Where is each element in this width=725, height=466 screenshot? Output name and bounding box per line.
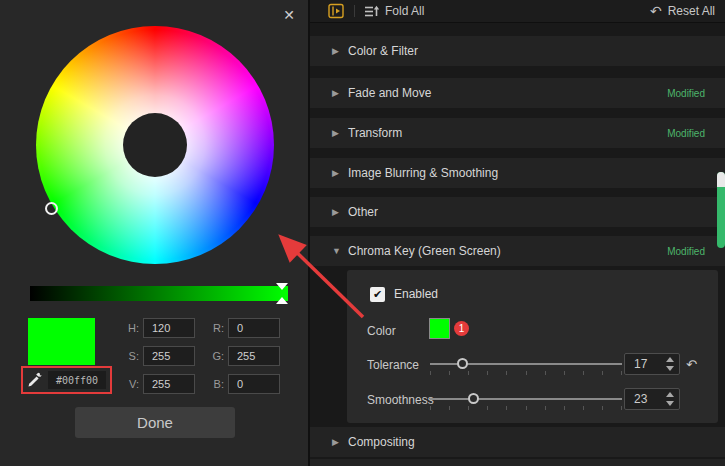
h-label: H: xyxy=(120,322,139,334)
chevron-right-icon: ▶ xyxy=(332,88,344,98)
chevron-right-icon: ▶ xyxy=(332,128,344,138)
panel-toggle-icon[interactable] xyxy=(328,3,344,19)
stepper-up-icon[interactable] xyxy=(666,357,674,362)
chevron-right-icon: ▶ xyxy=(332,207,344,217)
slider-ticks xyxy=(430,371,622,375)
tolerance-label: Tolerance xyxy=(367,358,419,372)
section-label: Image Blurring & Smoothing xyxy=(348,166,498,180)
chevron-right-icon: ▶ xyxy=(332,437,344,447)
section-chroma-key[interactable]: ▼ Chroma Key (Green Screen) Modified xyxy=(310,236,725,266)
smoothness-slider[interactable] xyxy=(430,393,622,405)
close-icon[interactable]: ✕ xyxy=(280,6,298,24)
reset-all-button[interactable]: Reset All xyxy=(668,4,715,18)
section-compositing[interactable]: ▶ Compositing xyxy=(310,427,725,457)
smoothness-stepper[interactable] xyxy=(666,392,675,406)
fold-all-button[interactable]: Fold All xyxy=(385,4,424,18)
section-label: Chroma Key (Green Screen) xyxy=(348,244,501,258)
effects-panel: Fold All ↶ Reset All ▶ Color & Filter ▶ … xyxy=(308,0,725,466)
eyedropper-icon[interactable] xyxy=(27,372,43,388)
b-field[interactable] xyxy=(228,374,280,394)
color-wheel[interactable] xyxy=(36,26,274,264)
slider-handle[interactable] xyxy=(457,358,468,369)
section-image-blurring[interactable]: ▶ Image Blurring & Smoothing xyxy=(310,158,725,188)
section-other[interactable]: ▶ Other xyxy=(310,197,725,227)
section-label: Compositing xyxy=(348,435,415,449)
r-field[interactable] xyxy=(228,318,280,338)
color-picker-dialog: ✕ H: R: S: xyxy=(0,0,308,466)
s-label: S: xyxy=(120,350,139,362)
tolerance-stepper[interactable] xyxy=(666,357,675,371)
section-label: Other xyxy=(348,205,378,219)
color-value-fields: H: R: S: G: V: B: xyxy=(120,318,290,402)
tolerance-slider[interactable] xyxy=(430,358,622,370)
scrollbar-thumb[interactable] xyxy=(717,172,725,248)
g-label: G: xyxy=(205,350,224,362)
panel-bottom-strip xyxy=(310,459,725,466)
chroma-key-settings: ✔ Enabled Color 1 Tolerance ↶ Smoothness xyxy=(347,270,718,423)
app-window: ✕ H: R: S: xyxy=(0,0,725,466)
stepper-down-icon[interactable] xyxy=(666,401,674,406)
section-fade-and-move[interactable]: ▶ Fade and Move Modified xyxy=(310,78,725,108)
slider-handle[interactable] xyxy=(468,393,479,404)
g-field[interactable] xyxy=(228,346,280,366)
enabled-checkbox[interactable]: ✔ xyxy=(370,287,385,302)
section-label: Color & Filter xyxy=(348,44,418,58)
hex-input-annotated-box xyxy=(21,366,112,394)
section-label: Transform xyxy=(348,126,402,140)
v-field[interactable] xyxy=(143,374,195,394)
stepper-down-icon[interactable] xyxy=(666,366,674,371)
chevron-right-icon: ▶ xyxy=(332,168,344,178)
chevron-down-icon: ▼ xyxy=(332,246,344,256)
tolerance-reset-icon[interactable]: ↶ xyxy=(686,357,697,372)
done-button[interactable]: Done xyxy=(75,407,235,438)
reset-all-icon[interactable]: ↶ xyxy=(650,4,662,18)
r-label: R: xyxy=(205,322,224,334)
scrollbar-thumb-cap xyxy=(717,172,725,187)
current-color-swatch xyxy=(28,318,95,365)
toolbar-divider xyxy=(354,5,355,17)
v-label: V: xyxy=(120,378,139,390)
slider-track xyxy=(430,398,622,400)
fold-all-icon[interactable] xyxy=(365,5,379,18)
section-label: Fade and Move xyxy=(348,86,431,100)
tolerance-value-box xyxy=(624,353,680,375)
effects-toolbar: Fold All ↶ Reset All xyxy=(310,0,725,23)
hex-input[interactable] xyxy=(48,371,106,389)
smoothness-label: Smoothness xyxy=(367,393,434,407)
annotation-step-badge: 1 xyxy=(454,321,469,336)
h-field[interactable] xyxy=(143,318,195,338)
brightness-slider[interactable] xyxy=(30,286,288,301)
b-label: B: xyxy=(205,378,224,390)
smoothness-input[interactable] xyxy=(625,389,659,409)
section-color-filter[interactable]: ▶ Color & Filter xyxy=(310,36,725,66)
modified-badge: Modified xyxy=(667,88,705,99)
chevron-right-icon: ▶ xyxy=(332,46,344,56)
section-transform[interactable]: ▶ Transform Modified xyxy=(310,118,725,148)
stepper-up-icon[interactable] xyxy=(666,392,674,397)
color-wheel-cursor[interactable] xyxy=(45,202,58,215)
brightness-slider-handle[interactable] xyxy=(275,283,289,304)
modified-badge: Modified xyxy=(667,128,705,139)
enabled-label: Enabled xyxy=(394,287,438,302)
modified-badge: Modified xyxy=(667,246,705,257)
smoothness-value-box xyxy=(624,388,680,410)
slider-ticks xyxy=(430,406,622,410)
color-label: Color xyxy=(367,324,396,338)
chroma-color-swatch-button[interactable] xyxy=(429,318,450,339)
tolerance-input[interactable] xyxy=(625,354,659,374)
color-wheel-center-hole xyxy=(123,113,187,177)
s-field[interactable] xyxy=(143,346,195,366)
